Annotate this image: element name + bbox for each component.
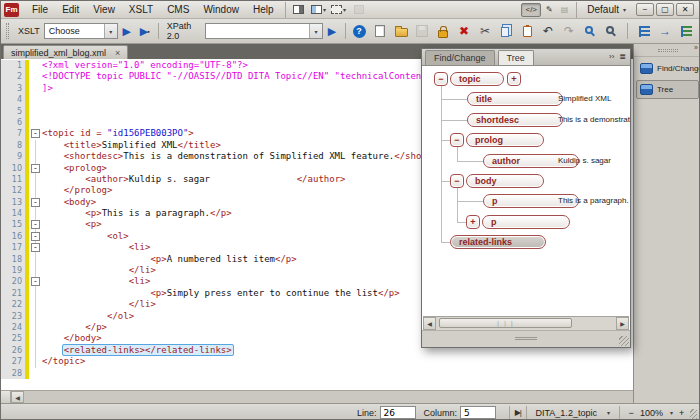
review-icon [354, 5, 364, 14]
dock-tree-button[interactable]: Tree [636, 80, 699, 99]
menu-cms[interactable]: CMS [160, 1, 196, 19]
close-button[interactable]: ✕ [676, 3, 694, 16]
xpath-combobox[interactable]: ▾ [205, 23, 323, 39]
copy-icon[interactable] [497, 22, 515, 40]
element-list-icon[interactable] [677, 22, 695, 40]
panel-grip[interactable] [515, 337, 537, 340]
code-line[interactable]: 28 [1, 368, 633, 379]
fold-line [35, 265, 36, 276]
run-xslt-icon[interactable]: ▶ [118, 22, 136, 40]
frame-fit-icon[interactable]: ▾ [330, 1, 348, 19]
column-number-input[interactable] [460, 406, 496, 419]
collapse-panel-icon[interactable]: ›› [609, 52, 614, 61]
toolbar-grip[interactable] [6, 23, 9, 39]
selected-element[interactable]: <related-links></related-links> [62, 344, 234, 356]
fold-gutter [29, 151, 42, 162]
close-tab-icon[interactable]: × [115, 48, 120, 58]
tree-node-topic[interactable]: topic [450, 72, 504, 86]
menu-view[interactable]: View [86, 1, 122, 19]
search-icon[interactable] [581, 22, 599, 40]
tree-panel-header[interactable]: Find/ChangeTree ›› ≣ [422, 49, 630, 66]
expand-node-icon[interactable]: + [507, 72, 521, 86]
code-view-icon[interactable]: </> [521, 3, 541, 17]
cut-icon[interactable]: ✂ [476, 22, 494, 40]
menu-xslt[interactable]: XSLT [122, 1, 160, 19]
panel-menu-icon[interactable]: ≣ [619, 52, 626, 61]
fold-collapse-icon[interactable]: - [31, 277, 40, 286]
fold-collapse-icon[interactable]: - [31, 243, 40, 252]
zoom-in-button[interactable]: + [679, 408, 684, 418]
menu-help[interactable]: Help [246, 1, 281, 19]
xslt-combobox[interactable]: Choose ▾ [44, 23, 118, 39]
dock-header[interactable]: » [634, 44, 700, 57]
paste-icon[interactable] [518, 22, 536, 40]
tree-node-p[interactable]: p [482, 215, 570, 229]
chevron-down-icon[interactable]: ▾ [323, 6, 326, 13]
fold-collapse-icon[interactable]: - [31, 232, 40, 241]
help-icon[interactable]: ? [350, 22, 368, 40]
tree-node-related-links[interactable]: related-links [450, 235, 546, 249]
undo-icon[interactable]: ↶ [539, 22, 557, 40]
menu-file[interactable]: File [25, 1, 55, 19]
splitter-box[interactable] [1, 391, 11, 403]
menubar: Fm FileEditViewXSLTCMSWindowHelp ▾▾ </>✎… [1, 1, 699, 19]
fold-collapse-icon[interactable]: - [31, 198, 40, 207]
collapse-node-icon[interactable]: − [434, 72, 448, 86]
open-folder-icon[interactable] [392, 22, 410, 40]
scroll-left-icon[interactable]: ◀ [423, 317, 436, 330]
collapse-node-icon[interactable]: − [450, 133, 464, 147]
fold-collapse-icon[interactable]: - [31, 220, 40, 229]
tree-node-body[interactable]: body [466, 174, 544, 188]
run-xpath-icon[interactable]: ▶ [323, 22, 341, 40]
doctype-selector[interactable]: DITA_1.2_topic ▾ [532, 408, 614, 418]
run-xslt-to-breakpoint-icon[interactable]: ▶▪ [136, 22, 154, 40]
panel-toggle-icon[interactable] [290, 1, 308, 19]
panel-tab-find-change[interactable]: Find/Change [425, 50, 495, 65]
new-document-icon[interactable] [371, 22, 389, 40]
goto-element-icon[interactable]: → [656, 22, 674, 40]
line-number-input[interactable] [380, 406, 416, 419]
delete-icon[interactable]: ✖ [455, 22, 473, 40]
code-line[interactable]: 27</topic> [1, 356, 633, 367]
layout-grid-icon [311, 5, 322, 14]
editor-horizontal-scrollbar[interactable]: ◀ [1, 390, 633, 403]
fold-line [35, 299, 36, 310]
save-icon [413, 22, 431, 40]
maximize-button[interactable]: ▢ [656, 3, 674, 16]
lock-icon[interactable] [434, 22, 452, 40]
expand-node-icon[interactable]: + [466, 215, 480, 229]
window-resize-grip[interactable] [690, 409, 697, 420]
menu-window[interactable]: Window [196, 1, 246, 19]
zoom-level[interactable]: 100% [640, 408, 663, 418]
resize-handle[interactable] [619, 336, 629, 346]
tree-node-prolog[interactable]: prolog [466, 133, 544, 147]
fold-line [35, 151, 36, 162]
chevron-down-icon[interactable]: ▾ [343, 6, 346, 13]
workspace-selector[interactable]: Default ▾ [581, 4, 632, 15]
fold-collapse-icon[interactable]: - [31, 129, 40, 138]
edit-pencil-icon[interactable]: ✎ [543, 3, 556, 17]
document-tab[interactable]: simplified_xml_blog.xml × [3, 45, 128, 59]
search-doc-icon[interactable] [602, 22, 620, 40]
redo-icon[interactable]: ↷ [560, 22, 578, 40]
tree-node-title[interactable]: title [467, 92, 563, 106]
menu-edit[interactable]: Edit [55, 1, 86, 19]
goto-position-icon[interactable]: ▶| [515, 408, 521, 417]
dock-grip[interactable] [658, 49, 678, 52]
fold-gutter [29, 322, 42, 333]
structure-view-icon[interactable] [635, 22, 653, 40]
tree-node-shortdesc[interactable]: shortdesc [467, 113, 563, 127]
scrollbar-thumb[interactable]: ｜｜｜ [439, 318, 572, 328]
fold-line [35, 208, 36, 219]
minimize-button[interactable]: − [636, 3, 654, 16]
fold-collapse-icon[interactable]: - [31, 164, 40, 173]
zoom-out-button[interactable]: − [629, 408, 634, 418]
dock-find-change-button[interactable]: Find/Change [636, 59, 699, 78]
scroll-right-icon[interactable]: ▶ [616, 317, 629, 330]
collapse-node-icon[interactable]: − [450, 174, 464, 188]
layout-grid-icon[interactable]: ▾ [310, 1, 328, 19]
scroll-left-icon[interactable]: ◀ [11, 391, 24, 403]
panel-tab-tree[interactable]: Tree [498, 50, 534, 65]
panel-horizontal-scrollbar[interactable]: ◀ ｜｜｜ ▶ [423, 316, 629, 330]
collapse-dock-icon[interactable]: » [694, 44, 698, 51]
